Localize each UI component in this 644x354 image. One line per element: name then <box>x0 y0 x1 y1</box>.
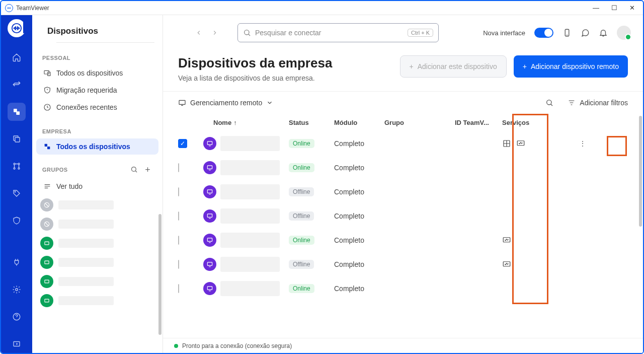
add-remote-device-button[interactable]: +Adicionar dispositivo remoto <box>514 55 628 78</box>
new-interface-label: Nova interface <box>483 29 525 37</box>
group-item[interactable] <box>32 272 163 291</box>
svg-point-7 <box>18 168 20 169</box>
cell-services <box>502 260 537 269</box>
row-checkbox[interactable] <box>178 236 179 245</box>
statusbar: Pronto para a conexão (conexão segura) <box>163 338 643 353</box>
window-minimize[interactable]: — <box>593 4 599 12</box>
topbar: Pesquisar e conectar Ctrl + K Nova inter… <box>163 15 643 50</box>
cell-services <box>502 236 537 245</box>
svg-rect-2 <box>16 111 20 115</box>
search-input[interactable]: Pesquisar e conectar Ctrl + K <box>237 23 439 42</box>
section-pessoal: PESSOAL <box>32 43 163 64</box>
device-icon[interactable] <box>562 28 572 37</box>
main-panel: Pesquisar e conectar Ctrl + K Nova inter… <box>163 15 643 353</box>
group-item[interactable] <box>32 234 163 253</box>
rail-copy[interactable] <box>8 130 26 148</box>
rail-tag[interactable] <box>8 184 26 202</box>
rail-settings[interactable] <box>8 280 26 299</box>
management-dropdown[interactable]: Gerenciamento remoto <box>178 99 273 107</box>
add-filters-button[interactable]: Adicionar filtros <box>568 99 628 107</box>
svg-rect-37 <box>503 262 510 266</box>
sidebar-item-recent[interactable]: Conexões recentes <box>36 99 158 115</box>
group-icon <box>40 256 53 269</box>
add-this-device-button[interactable]: +Adicionar este dispositivo <box>400 55 507 78</box>
table-row[interactable]: Online Completo <box>178 228 638 252</box>
rail-security[interactable] <box>8 211 26 230</box>
group-item[interactable] <box>32 291 163 310</box>
svg-point-9 <box>16 289 18 291</box>
nav-forward-icon[interactable] <box>211 29 218 36</box>
rail-devices[interactable] <box>8 103 26 121</box>
row-checkbox[interactable] <box>178 284 179 293</box>
migration-icon <box>43 86 51 94</box>
sidebar-item-all-devices-company[interactable]: Todos os dispositivos <box>36 138 158 155</box>
svg-rect-26 <box>179 100 185 104</box>
sidebar-item-all-devices-personal[interactable]: Todos os dispositivos <box>36 65 158 81</box>
group-item[interactable] <box>32 215 163 234</box>
table-row[interactable]: Offline Completo <box>178 180 638 204</box>
search-icon <box>243 29 251 37</box>
col-status[interactable]: Status <box>289 119 334 126</box>
col-nome[interactable]: Nome↑ <box>203 119 289 126</box>
rail-help[interactable] <box>8 308 26 326</box>
col-grupo[interactable]: Grupo <box>384 119 455 126</box>
row-checkbox[interactable] <box>178 211 179 221</box>
devices-icon <box>43 69 51 77</box>
device-table: Nome↑ Status Módulo Grupo ID TeamV... Se… <box>163 114 643 338</box>
rail-transfer[interactable] <box>8 76 26 94</box>
table-row[interactable]: Offline Completo <box>178 252 638 276</box>
groups-search-icon[interactable] <box>127 165 141 174</box>
svg-rect-32 <box>207 190 212 193</box>
rail-workflow[interactable] <box>8 157 26 175</box>
col-servicos[interactable]: Serviços <box>502 119 537 126</box>
service-monitor-icon <box>502 236 511 245</box>
bell-icon[interactable] <box>599 28 608 37</box>
sidebar-scrollbar[interactable] <box>158 214 162 335</box>
group-icon <box>40 275 53 288</box>
rail-home[interactable] <box>8 48 26 66</box>
svg-point-27 <box>547 100 551 105</box>
sidebar-item-migration[interactable]: Migração requerida <box>36 82 158 98</box>
svg-rect-34 <box>207 238 212 241</box>
svg-rect-33 <box>207 214 212 217</box>
window-maximize[interactable]: ☐ <box>611 4 617 12</box>
group-item[interactable] <box>32 253 163 272</box>
nav-back-icon[interactable] <box>195 29 202 36</box>
table-row[interactable]: Online Completo <box>178 156 638 180</box>
status-text: Pronto para a conexão (conexão segura) <box>182 342 292 349</box>
page-title: Dispositivos da empresa <box>178 55 332 71</box>
col-modulo[interactable]: Módulo <box>334 119 384 126</box>
page-subtitle: Veja a lista de dispositivos de sua empr… <box>178 74 332 82</box>
group-item[interactable] <box>32 195 163 215</box>
row-checkbox[interactable] <box>178 163 179 172</box>
col-idtv[interactable]: ID TeamV... <box>455 119 502 126</box>
table-row[interactable]: Online Completo <box>178 276 638 301</box>
window-close[interactable]: ✕ <box>629 4 635 12</box>
table-row[interactable]: Offline Completo <box>178 204 638 228</box>
new-interface-toggle[interactable] <box>534 28 553 38</box>
row-checkbox[interactable] <box>178 187 179 196</box>
table-search-icon[interactable] <box>545 99 553 107</box>
device-type-icon <box>203 185 216 198</box>
list-icon <box>43 182 51 190</box>
device-type-icon <box>203 282 216 295</box>
svg-rect-11 <box>14 342 20 346</box>
table-scrollbar[interactable] <box>639 116 642 227</box>
svg-rect-35 <box>503 238 510 242</box>
svg-rect-3 <box>15 137 20 142</box>
svg-rect-12 <box>44 70 49 74</box>
groups-add-icon[interactable] <box>141 165 154 174</box>
rail-expand[interactable] <box>8 335 26 353</box>
rail-plugin[interactable] <box>8 253 26 271</box>
row-checkbox[interactable] <box>178 260 179 269</box>
sidebar-title: Dispositivos <box>32 15 163 38</box>
window-title: TeamViewer <box>16 5 49 12</box>
table-row[interactable]: ✓ Online Completo ⋮ <box>178 131 638 156</box>
row-checkbox[interactable]: ✓ <box>178 139 187 148</box>
sidebar-item-ver-tudo[interactable]: Ver tudo <box>36 178 158 194</box>
row-menu-button[interactable]: ⋮ <box>579 139 586 148</box>
user-avatar[interactable] <box>617 26 631 40</box>
cell-modulo: Completo <box>334 285 384 293</box>
chat-icon[interactable] <box>581 28 590 37</box>
svg-point-6 <box>14 168 15 169</box>
